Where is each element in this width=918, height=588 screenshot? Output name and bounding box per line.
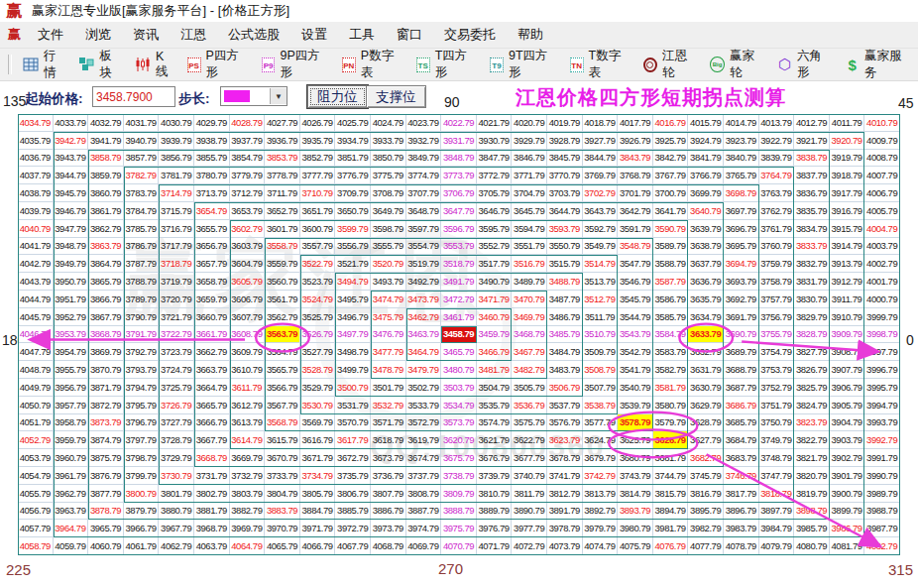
menu-item-窗口[interactable]: 窗口 [386,26,433,44]
menu-item-文件[interactable]: 文件 [27,26,74,44]
price-cell: 3698.79 [724,184,759,202]
price-cell: 3792.79 [124,343,160,361]
price-cell: 3750.79 [759,414,795,432]
toolbar-button-P数字表[interactable]: PNP数字表 [336,46,410,83]
toolbar-button-T数字表[interactable]: TNT数字表 [564,46,637,83]
price-cell: 3502.79 [406,379,442,397]
price-cell: 3624.79 [583,431,619,449]
menu-item-工具[interactable]: 工具 [338,26,386,44]
price-cell: 3577.79 [583,414,619,432]
price-cell: 3794.79 [124,379,160,397]
menu-item-设置[interactable]: 设置 [290,26,338,44]
price-cell: 3679.79 [583,449,619,467]
start-price-input[interactable] [92,86,175,107]
toolbar-button-赢家轮[interactable]: Big赢家轮 [704,46,771,83]
toolbar-button-江恩轮[interactable]: 江恩轮 [637,46,704,83]
toolbar-grip [8,55,12,74]
toolbar-button-赢家服务[interactable]: $赢家服务 [839,46,918,83]
price-cell: 3744.79 [653,467,689,485]
price-cell: 3697.79 [724,202,759,220]
price-cell: 3863.79 [88,238,124,256]
price-cell: 3858.79 [88,150,124,168]
step-color-swatch [224,90,250,102]
step-color-combobox[interactable]: ▼ [220,86,287,106]
toolbar-button-板块[interactable]: 板块 [72,46,129,83]
chevron-down-icon[interactable]: ▼ [270,88,287,104]
price-cell: 3605.79 [230,273,266,291]
price-cell: 3851.79 [335,150,371,168]
toolbar-label: 9P四方形 [280,48,327,81]
price-cell: 4079.79 [759,537,795,555]
menu-item-交易委托[interactable]: 交易委托 [433,26,507,44]
price-cell: 3965.79 [88,520,124,537]
price-cell: 3641.79 [653,202,689,220]
price-cell: 4042.79 [18,255,54,273]
price-cell: 3915.79 [830,220,865,238]
menu-item-公式选股[interactable]: 公式选股 [217,26,290,44]
price-cell: 4062.79 [159,537,194,555]
price-cell: 3647.79 [441,202,477,220]
price-cell: 3507.79 [583,379,619,397]
price-cell: 3721.79 [159,308,194,326]
price-cell: 3514.79 [583,255,619,273]
price-cell: 3477.79 [371,343,406,361]
price-cell: 3501.79 [371,379,406,397]
price-cell: 3784.79 [124,202,160,220]
price-cell: 3801.79 [159,485,194,503]
price-cell: 3701.79 [618,184,653,202]
toolbar-button-P四方形[interactable]: PSP四方形 [181,46,256,83]
price-cell: 3994.79 [864,397,900,414]
price-cell: 4033.79 [54,114,89,132]
menu-item-帮助[interactable]: 帮助 [507,26,554,44]
price-cell: 3942.79 [54,132,89,150]
price-cell: 3524.79 [300,291,336,308]
price-cell: 3606.79 [230,291,266,308]
price-cell: 3656.79 [194,238,230,256]
start-price-label: 起始价格: [25,90,83,108]
menu-item-江恩[interactable]: 江恩 [170,26,217,44]
price-cell: 4078.79 [724,537,759,555]
price-cell: 3719.79 [159,273,194,291]
resistance-button[interactable]: 阻力位 [307,85,368,108]
toolbar-button-行情[interactable]: 行情 [17,46,73,83]
price-cell: 3771.79 [512,167,547,184]
price-cell: 3584.79 [653,326,689,344]
price-cell: 3878.79 [88,503,124,521]
toolbar-button-K线[interactable]: K线 [129,48,181,82]
price-cell: 3685.79 [724,414,759,432]
toolbar-button-9P四方形[interactable]: P99P四方形 [256,46,336,83]
toolbar-label: 9T四方形 [509,48,556,81]
price-cell: 3621.79 [477,431,513,449]
price-cell: 3901.79 [830,467,865,485]
price-cell: 3644.79 [547,202,583,220]
price-cell: 3956.79 [54,379,89,397]
price-cell: 3879.79 [124,503,160,521]
toolbar-button-9T四方形[interactable]: T99T四方形 [484,46,564,83]
toolbar-button-T四方形[interactable]: TST四方形 [410,46,484,83]
price-cell: 3655.79 [194,220,230,238]
price-cell: 3519.79 [406,255,442,273]
T四方形-icon: TS [416,58,430,72]
angle-label-90: 90 [444,94,460,110]
price-cell: 3475.79 [371,308,406,326]
price-cell: 3557.79 [300,238,336,256]
menu-item-浏览[interactable]: 浏览 [74,26,122,44]
price-cell: 3755.79 [759,326,795,344]
price-cell: 3517.79 [477,255,513,273]
price-cell: 3862.79 [88,220,124,238]
menu-item-资讯[interactable]: 资讯 [122,26,170,44]
price-cell: 3552.79 [477,238,513,256]
price-cell: 4066.79 [300,537,336,555]
price-cell: 3786.79 [124,238,160,256]
price-cell: 3949.79 [54,255,89,273]
price-cell: 3695.79 [724,238,759,256]
toolbar-button-六角形[interactable]: ⬡六角形 [771,46,839,83]
price-cell: 3565.79 [265,361,300,379]
price-cell: 3807.79 [371,485,406,503]
app-window: { "window": { "title": "赢家江恩专业版[赢家服务平台] … [0,0,918,588]
support-button[interactable]: 支撑位 [366,85,426,108]
price-cell: 3892.79 [583,503,619,521]
price-cell: 3711.79 [265,184,300,202]
price-cell: 3495.79 [335,291,371,308]
price-cell: 3718.79 [159,255,194,273]
